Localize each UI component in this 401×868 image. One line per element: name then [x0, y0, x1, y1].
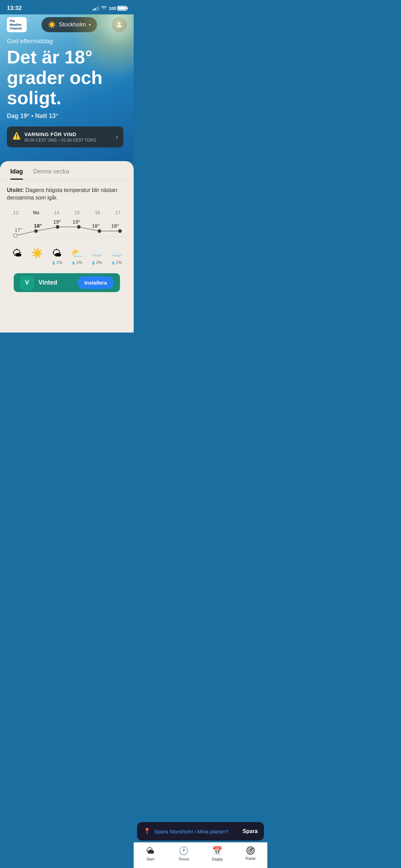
tab-idag[interactable]: Idag	[10, 168, 23, 179]
hour-label-14: 14	[48, 210, 65, 215]
svg-point-2	[14, 234, 17, 237]
top-nav: The Weather Channel ☀️ Stockholm ▾	[7, 14, 127, 38]
weather-col-16: ☁️ 💧 2%	[88, 248, 106, 265]
battery-indicator: 100	[109, 6, 127, 11]
temp-val-17: 18°	[111, 223, 119, 229]
precip-16: 💧 2%	[91, 260, 102, 265]
warning-icon: ⚠️	[12, 132, 21, 140]
ad-logo: V	[20, 276, 34, 290]
temp-val-16: 18°	[92, 223, 100, 229]
status-bar: 13:32 100	[0, 0, 134, 14]
weather-icon-15: ⛅	[71, 248, 83, 259]
wifi-icon	[101, 6, 107, 10]
warning-chevron-icon: ›	[116, 133, 118, 141]
weather-icons-row: 🌤 ☀️ 🌤 💧 1% ⛅ 💧 1%	[7, 248, 127, 265]
app-logo: The Weather Channel	[7, 17, 27, 32]
temp-chart: 17° 18° 19° 19° 18° 18°	[7, 217, 127, 244]
tab-denna-vecka[interactable]: Denna vecka	[33, 168, 69, 179]
night-temp: 13°	[49, 112, 58, 119]
warning-time-range: 05:00 CEST ONS – 01:00 CEST TORS	[24, 138, 96, 143]
precip-17: 💧 2%	[111, 260, 122, 265]
weather-col-12: 🌤	[8, 248, 26, 265]
main-weather-text: Det är 18° grader och soligt.	[7, 47, 127, 108]
day-temp: 19°	[20, 112, 29, 119]
outlook-text: Utsikt: Dagens högsta temperatur blir nä…	[7, 186, 127, 202]
profile-button[interactable]	[112, 17, 127, 32]
content-card: Idag Denna vecka Utsikt: Dagens högsta t…	[0, 161, 134, 333]
hour-labels-row: 12 Nu 14 15 16 17	[7, 210, 127, 215]
tabs-row: Idag Denna vecka	[0, 161, 134, 180]
ad-banner: V Vinted Installera	[14, 273, 120, 292]
status-right: 100	[93, 6, 127, 11]
weather-icon-16: ☁️	[91, 248, 103, 259]
hero-section: The Weather Channel ☀️ Stockholm ▾ God e…	[0, 14, 134, 161]
night-label: Natt	[35, 112, 47, 119]
status-time: 13:32	[7, 5, 22, 12]
forecast-section: Utsikt: Dagens högsta temperatur blir nä…	[0, 186, 134, 292]
weather-icon-nu: ☀️	[31, 248, 43, 259]
weather-icon-14: 🌤	[52, 248, 62, 259]
chevron-down-icon: ▾	[89, 22, 91, 27]
greeting-text: God eftermiddag	[7, 38, 127, 45]
temp-val-15: 19°	[73, 219, 81, 225]
person-icon	[116, 21, 123, 28]
weather-col-14: 🌤 💧 1%	[48, 248, 66, 265]
location-name: Stockholm	[59, 21, 86, 28]
warning-content: ⚠️ VARNING FÖR VIND 05:00 CEST ONS – 01:…	[12, 131, 96, 143]
hour-label-nu: Nu	[27, 210, 45, 215]
day-label: Dag	[7, 112, 19, 119]
weather-col-nu: ☀️	[28, 248, 46, 265]
warning-title: VARNING FÖR VIND	[24, 131, 96, 137]
precip-15: 💧 1%	[71, 260, 82, 265]
hour-label-17: 17	[109, 210, 127, 215]
ad-name: Vinted	[34, 279, 77, 286]
hour-label-12: 12	[7, 210, 25, 215]
weather-col-17: ☁️ 💧 2%	[108, 248, 125, 265]
svg-point-0	[118, 22, 120, 25]
hour-label-15: 15	[68, 210, 86, 215]
weather-col-15: ⛅ 💧 1%	[68, 248, 86, 265]
weather-condition-icon: ☀️	[48, 21, 56, 29]
day-night-temps: Dag 19° • Natt 13°	[7, 112, 127, 120]
weather-icon-12: 🌤	[12, 248, 22, 259]
temp-val-14: 19°	[53, 219, 61, 225]
ad-cta-button[interactable]: Installera	[77, 276, 114, 289]
temp-val-12: 17°	[15, 227, 23, 233]
precip-14: 💧 1%	[51, 260, 62, 265]
warning-banner[interactable]: ⚠️ VARNING FÖR VIND 05:00 CEST ONS – 01:…	[7, 126, 123, 147]
signal-icon	[93, 6, 99, 11]
location-selector[interactable]: ☀️ Stockholm ▾	[41, 17, 97, 32]
hour-label-16: 16	[88, 210, 106, 215]
weather-icon-17: ☁️	[111, 248, 123, 259]
temp-val-nu: 18°	[34, 223, 42, 229]
